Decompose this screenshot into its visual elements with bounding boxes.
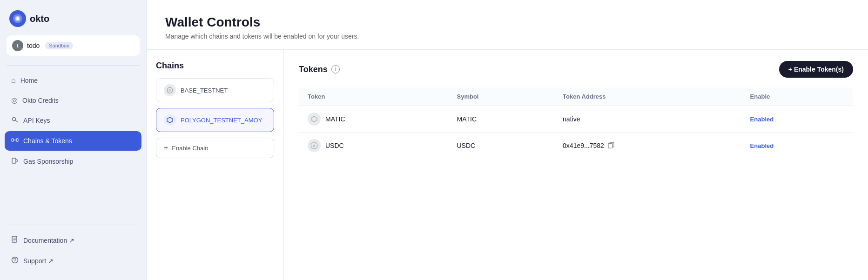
sidebar-item-documentation[interactable]: Documentation ↗: [5, 231, 141, 250]
address-cell: 0x41e9...7582: [554, 133, 742, 159]
token-address: native: [563, 115, 580, 123]
copy-icon[interactable]: [608, 142, 614, 150]
svg-rect-6: [12, 158, 16, 163]
status-badge: Enabled: [750, 116, 774, 123]
symbol-cell: MATIC: [448, 106, 554, 133]
token-cell: $ USDC: [299, 133, 449, 159]
tokens-title: Tokens: [299, 65, 328, 74]
status-badge: Enabled: [750, 142, 774, 149]
svg-marker-13: [311, 116, 317, 122]
sidebar-item-support[interactable]: Support ↗: [5, 251, 141, 271]
chains-title: Chains: [156, 61, 274, 71]
info-icon[interactable]: i: [331, 65, 340, 73]
enable-chain-button[interactable]: + Enable Chain: [156, 138, 274, 158]
token-icon-matic: [308, 113, 321, 126]
svg-rect-17: [608, 143, 612, 148]
table-row: $ USDC USDC 0x41e9...7582: [299, 133, 853, 159]
support-icon: [11, 256, 19, 266]
sidebar: okto t todo Sandbox ⌂ Home ◎ Okto Credit…: [0, 0, 147, 280]
tokens-title-wrap: Tokens i: [299, 65, 340, 74]
chains-panel: Chains BASE_TESTNET POLYGON_TESTNET_AMOY: [147, 50, 284, 280]
tokens-panel: Tokens i + Enable Token(s) Token Symbol …: [284, 50, 868, 280]
sidebar-item-home[interactable]: ⌂ Home: [5, 71, 141, 90]
page-title: Wallet Controls: [165, 15, 849, 30]
documentation-icon: [11, 236, 19, 245]
chains-icon: [11, 136, 19, 146]
sidebar-item-label: Chains & Tokens: [23, 137, 72, 145]
sidebar-nav: ⌂ Home ◎ Okto Credits API Keys: [0, 68, 146, 217]
sidebar-bottom: Documentation ↗ Support ↗: [0, 217, 146, 280]
token-name: MATIC: [325, 115, 345, 123]
home-icon: ⌂: [11, 76, 16, 85]
chain-item-base-testnet[interactable]: BASE_TESTNET: [156, 78, 274, 102]
credits-icon: ◎: [11, 96, 18, 105]
tokens-header: Tokens i + Enable Token(s): [299, 61, 853, 78]
sidebar-item-label: API Keys: [23, 117, 50, 124]
sidebar-item-label: Okto Credits: [22, 97, 59, 104]
sidebar-item-label: Support ↗: [23, 257, 54, 265]
enable-chain-label: Enable Chain: [172, 145, 208, 152]
avatar: t: [12, 40, 23, 51]
symbol-cell: USDC: [448, 133, 554, 159]
sidebar-logo: okto: [0, 0, 146, 35]
sidebar-item-label: Gas Sponsorship: [23, 158, 73, 165]
plus-icon: +: [164, 144, 168, 152]
sidebar-item-okto-credits[interactable]: ◎ Okto Credits: [5, 91, 141, 110]
enable-cell: Enabled: [742, 133, 853, 159]
main-content: Wallet Controls Manage which chains and …: [147, 0, 868, 280]
col-header-enable: Enable: [742, 87, 853, 106]
svg-point-9: [14, 261, 15, 262]
logo-text: okto: [30, 13, 49, 24]
gas-icon: [11, 157, 19, 166]
chain-label: POLYGON_TESTNET_AMOY: [181, 117, 262, 124]
token-address: 0x41e9...7582: [563, 142, 604, 149]
sidebar-divider-top: [7, 65, 140, 66]
col-header-symbol: Symbol: [448, 87, 554, 106]
sidebar-item-label: Home: [20, 77, 38, 84]
chain-label: BASE_TESTNET: [181, 87, 228, 94]
sidebar-item-chains-tokens[interactable]: Chains & Tokens: [5, 131, 141, 151]
logo-icon: [9, 10, 26, 27]
enable-cell: Enabled: [742, 106, 853, 133]
sandbox-badge: Sandbox: [45, 42, 73, 49]
col-header-address: Token Address: [554, 87, 742, 106]
token-table: Token Symbol Token Address Enable: [299, 87, 853, 159]
chain-item-polygon-testnet-amoy[interactable]: POLYGON_TESTNET_AMOY: [156, 108, 274, 132]
token-table-body: MATIC MATIC native Enabled: [299, 106, 853, 159]
token-icon-usdc: $: [308, 139, 321, 152]
page-subtitle: Manage which chains and tokens will be e…: [165, 33, 849, 40]
main-header: Wallet Controls Manage which chains and …: [147, 0, 868, 49]
sidebar-item-label: Documentation ↗: [23, 237, 74, 244]
token-cell: MATIC: [299, 106, 449, 133]
token-name: USDC: [325, 142, 344, 149]
chain-icon-polygon: [164, 114, 176, 126]
table-row: MATIC MATIC native Enabled: [299, 106, 853, 133]
col-header-token: Token: [299, 87, 449, 106]
token-table-head: Token Symbol Token Address Enable: [299, 87, 853, 106]
api-keys-icon: [11, 116, 19, 125]
svg-marker-12: [167, 117, 173, 123]
svg-text:$: $: [313, 144, 315, 147]
svg-point-2: [16, 17, 19, 20]
address-cell: native: [554, 106, 742, 133]
sidebar-item-gas-sponsorship[interactable]: Gas Sponsorship: [5, 152, 141, 171]
svg-point-11: [168, 89, 171, 92]
sidebar-item-api-keys[interactable]: API Keys: [5, 111, 141, 130]
sidebar-bottom-divider: [7, 225, 140, 225]
enable-tokens-button[interactable]: + Enable Token(s): [779, 61, 853, 78]
user-selector[interactable]: t todo Sandbox: [7, 35, 140, 56]
username: todo: [27, 42, 40, 49]
content-area: Chains BASE_TESTNET POLYGON_TESTNET_AMOY: [147, 49, 868, 280]
chain-icon-base: [164, 84, 176, 96]
